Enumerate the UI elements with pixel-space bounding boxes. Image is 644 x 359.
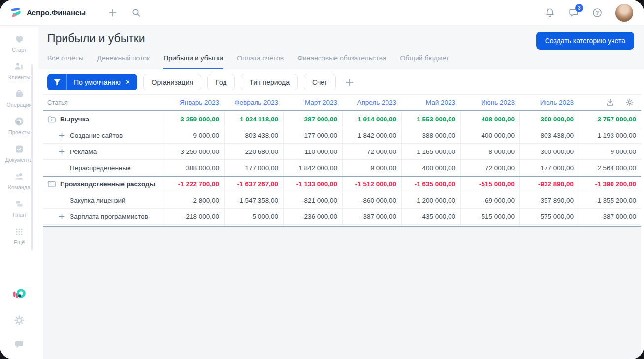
value-cell: -932 890,00 [519,177,579,192]
sidebar-item-1[interactable]: Старт [5,33,33,53]
value-cell: -236 000,00 [283,209,342,224]
row-label-text: Зарплата программистов [70,213,148,220]
month-column-header[interactable]: Май 2023 [401,95,460,110]
filter-chip-тип-периода[interactable]: Тип периода [241,74,298,90]
sidebar-item-label: Ещё [14,239,25,245]
value-cell: -1 355 200,00 [579,192,641,208]
value-cell: 177 000,00 [224,160,283,176]
settings-gear-icon[interactable] [14,315,25,326]
tab-общий-бюджет[interactable]: Общий бюджет [400,54,449,70]
chat-icon[interactable]: 3 [568,7,579,18]
row-label[interactable]: Зарплата программистов [43,209,165,224]
create-category-button[interactable]: Создать категорию учета [536,32,634,50]
value-cell: 408 000,00 [460,111,519,127]
expand-plus-icon[interactable] [58,131,65,140]
top-bar: Аспро.Финансы 3 ? [0,0,644,26]
value-cell: 1 842 000,00 [342,127,401,143]
row-label[interactable]: Создание сайтов [43,127,165,143]
table-row: Зарплата программистов-218 000,00-5 000,… [43,208,641,224]
value-cell: 300 000,00 [519,144,579,159]
row-label-text: Закупка лицензий [70,197,125,204]
search-icon[interactable] [131,7,142,18]
default-filter-button[interactable]: По умолчанию ✕ [47,74,137,90]
value-cell: 1 914 000,00 [342,111,401,127]
brand[interactable]: Аспро.Финансы [11,7,86,18]
row-label[interactable]: Производственные расходы [43,177,165,192]
sidebar-item-6[interactable]: Команда [5,171,33,190]
filter-chip-год[interactable]: Год [207,74,235,90]
article-column-header: Статья [43,95,165,110]
sidebar-item-2[interactable]: Клиенты [5,61,33,80]
wallet-icon [14,89,25,99]
table-row: Реклама3 250 000,00220 680,00110 000,007… [43,143,641,159]
help-icon[interactable]: ? [592,7,603,18]
sidebar-item-8[interactable]: Ещё [5,226,33,245]
month-column-header[interactable]: Январь 2023 [165,95,224,110]
value-cell: 400 000,00 [460,127,519,143]
expand-plus-icon[interactable] [58,147,65,156]
filter-chip-счет[interactable]: Счет [304,74,336,90]
product-logo-icon[interactable] [12,287,26,301]
sidebar-item-7[interactable]: План [5,199,33,218]
notifications-bell-icon[interactable] [545,7,555,18]
table-row: Выручка3 259 000,001 024 118,00287 000,0… [43,111,641,127]
page-header: Прибыли и убытки Создать категорию учета… [38,26,644,69]
row-label-text: Нераспределенные [70,164,131,172]
expand-plus-icon[interactable] [58,212,65,221]
row-label-text: Производственные расходы [60,180,155,188]
value-cell: -387 000,00 [342,209,401,224]
funnel-icon[interactable] [47,74,67,90]
value-cell: -387 000,00 [579,209,641,224]
tab-денежный-поток[interactable]: Денежный поток [97,54,150,70]
table-settings-gear-icon[interactable] [624,97,635,108]
table-row: Нераспределенные388 000,00177 000,001 84… [43,159,641,176]
app-logo-icon [11,7,22,18]
sidebar-item-label: Документы [5,157,33,163]
no-icon [58,196,65,205]
tab-прибыли-и-убытки[interactable]: Прибыли и убытки [163,54,223,70]
sidebar-item-3[interactable]: Операции [5,89,33,108]
dots-grid-icon [14,226,25,237]
month-column-header[interactable]: Февраль 2023 [224,95,283,110]
remove-filter-icon[interactable]: ✕ [125,78,130,86]
value-cell: -5 000,00 [224,209,283,224]
download-icon[interactable] [605,97,615,108]
value-cell: 388 000,00 [401,127,460,143]
pie-icon [14,116,25,127]
table-row: Закупка лицензий-2 800,00-1 547 358,00-8… [43,192,641,208]
sidebar-scrollbar[interactable] [31,64,33,251]
value-cell: -515 000,00 [460,209,519,224]
month-column-header[interactable]: Июль 2023 [519,95,579,110]
feedback-chat-icon[interactable] [14,339,25,350]
value-cell: -69 000,00 [460,192,519,208]
folder-plus-icon[interactable] [47,115,56,123]
add-icon[interactable] [107,7,118,18]
row-label[interactable]: Выручка [43,111,165,127]
sidebar: СтартКлиентыОперацииПроектыДокументыКома… [0,26,38,359]
value-cell: 1 553 000,00 [401,111,460,127]
tab-финансовые-обязательства[interactable]: Финансовые обязательства [297,54,386,70]
user-avatar[interactable] [615,4,633,22]
tab-оплата-счетов[interactable]: Оплата счетов [237,54,284,70]
tab-все-отчёты[interactable]: Все отчёты [47,54,83,70]
value-cell: 220 680,00 [224,144,283,159]
month-column-header[interactable]: Март 2023 [283,95,342,110]
sidebar-item-4[interactable]: Проекты [5,116,33,135]
month-column-header[interactable]: Апрель 2023 [342,95,401,110]
value-cell: -515 000,00 [460,177,519,192]
filter-chip-организация[interactable]: Организация [143,74,201,90]
value-cell: -1 512 000,00 [342,177,401,192]
add-filter-icon[interactable] [345,77,354,87]
folder-minus-icon[interactable] [47,180,56,189]
value-cell: 9 000,00 [342,160,401,176]
month-column-header[interactable]: Июнь 2023 [460,95,519,110]
sidebar-item-5[interactable]: Документы [5,144,33,163]
sidebar-item-label: Старт [12,47,27,53]
value-cell: 72 000,00 [342,144,401,159]
page-title: Прибыли и убытки [47,32,145,45]
row-label[interactable]: Реклама [43,144,165,159]
value-cell: 1 842 000,00 [283,160,342,176]
value-cell: 3 757 000,00 [579,111,641,127]
value-cell: -1 547 358,00 [224,192,283,208]
value-cell: -1 133 000,00 [283,177,342,192]
